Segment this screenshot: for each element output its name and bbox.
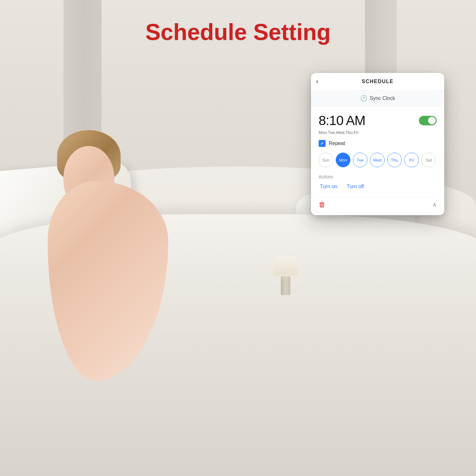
schedule-days-summary: Mon,Tue,Wed,Thu,Fri: [319, 130, 437, 135]
actions-buttons: Turn on Turn off: [319, 182, 437, 191]
day-button-fri[interactable]: Fri: [404, 153, 419, 167]
lamp-shade: [273, 256, 298, 275]
collapse-button[interactable]: ∧: [433, 201, 437, 208]
schedule-top-row: 8:10 AM: [319, 113, 437, 128]
app-card: ‹ SCHEDULE 🕐 Sync Clock 8:10 AM Mon,Tue,…: [311, 73, 444, 215]
sync-clock-label: Sync Clock: [370, 96, 395, 101]
day-button-wed[interactable]: Wed: [370, 153, 385, 167]
schedule-card: 8:10 AM Mon,Tue,Wed,Thu,Fri ✓ Repeat Sun…: [311, 107, 444, 215]
day-button-tue[interactable]: Tue: [353, 153, 367, 167]
day-button-thu[interactable]: Thu: [387, 153, 402, 167]
card-bottom-row: 🗑 ∧: [319, 197, 437, 209]
app-header-title: SCHEDULE: [362, 79, 393, 84]
checkmark-icon: ✓: [320, 141, 324, 146]
back-button[interactable]: ‹: [316, 77, 318, 86]
toggle-knob: [428, 117, 436, 124]
app-header: ‹ SCHEDULE: [311, 73, 444, 90]
repeat-row: ✓ Repeat: [319, 140, 437, 147]
sync-clock-icon: 🕐: [360, 95, 367, 102]
repeat-checkbox[interactable]: ✓: [319, 140, 326, 147]
delete-button[interactable]: 🗑: [319, 201, 326, 209]
turn-on-button[interactable]: Turn on: [320, 182, 337, 191]
person-body: [48, 181, 168, 381]
page-title: Schedule Setting: [145, 19, 331, 45]
person-sleeping: [16, 95, 190, 381]
schedule-time[interactable]: 8:10 AM: [319, 113, 365, 128]
day-button-mon[interactable]: Mon: [336, 153, 350, 167]
bedside-lamp: [273, 256, 298, 295]
actions-section: Actions Turn on Turn off: [319, 174, 437, 191]
background-image: [0, 0, 476, 476]
day-button-sun[interactable]: Sun: [319, 153, 333, 167]
schedule-toggle[interactable]: [419, 116, 437, 125]
actions-label: Actions: [319, 174, 437, 179]
day-button-sat[interactable]: Sat: [421, 153, 436, 167]
sync-clock-row[interactable]: 🕐 Sync Clock: [311, 90, 444, 107]
repeat-label: Repeat: [329, 141, 345, 146]
days-row: SunMonTueWedThuFriSat: [319, 153, 437, 167]
turn-off-button[interactable]: Turn off: [347, 182, 364, 191]
